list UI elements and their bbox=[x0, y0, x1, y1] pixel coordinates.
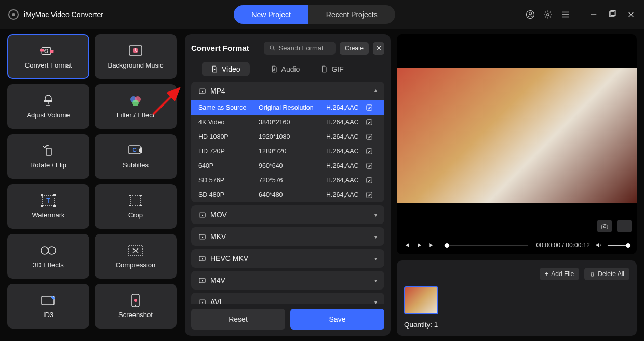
id3-icon bbox=[40, 294, 57, 307]
edit-icon[interactable] bbox=[366, 133, 373, 140]
format-row[interactable]: SD 576P720*576H.264,AAC bbox=[191, 173, 384, 188]
format-label: SD 576P bbox=[198, 177, 259, 184]
progress-track[interactable] bbox=[444, 245, 528, 246]
volume-track[interactable] bbox=[608, 245, 630, 246]
app-logo-icon bbox=[8, 9, 19, 20]
recent-projects-tab[interactable]: Recent Projects bbox=[308, 5, 395, 24]
tool-label: Convert Format bbox=[25, 61, 72, 69]
tools-panel: Convert FormatBackground MusicAdjust Vol… bbox=[7, 34, 179, 336]
format-group-mov[interactable]: MOV▾ bbox=[191, 205, 384, 224]
close-icon[interactable] bbox=[626, 10, 636, 19]
format-group-hevc-mkv[interactable]: HEVC MKV▾ bbox=[191, 249, 384, 268]
tool-rotate-flip[interactable]: Rotate / Flip bbox=[7, 134, 89, 179]
search-input[interactable]: Search Format bbox=[264, 42, 336, 55]
gear-icon[interactable] bbox=[543, 10, 553, 19]
tab-video[interactable]: Video bbox=[202, 62, 250, 76]
format-row[interactable]: 640P960*640H.264,AAC bbox=[191, 159, 384, 173]
format-group-avi[interactable]: AVI▾ bbox=[191, 293, 384, 304]
format-label: 640P bbox=[198, 162, 259, 169]
tool-adjust-volume[interactable]: Adjust Volume bbox=[7, 84, 89, 129]
next-button[interactable] bbox=[428, 242, 435, 249]
format-resolution: 720*576 bbox=[259, 177, 326, 184]
gif-file-icon bbox=[320, 65, 328, 73]
close-panel-button[interactable]: ✕ bbox=[373, 42, 384, 55]
tool-screenshot[interactable]: Screenshot bbox=[95, 284, 177, 329]
music-icon bbox=[127, 45, 144, 57]
format-icon bbox=[198, 277, 206, 284]
tool-background-music[interactable]: Background Music bbox=[95, 34, 177, 79]
svg-rect-3 bbox=[610, 12, 614, 17]
format-label: SD 480P bbox=[198, 191, 259, 199]
svg-text:C: C bbox=[132, 147, 136, 153]
video-preview: 00:00:00 / 00:00:12 bbox=[397, 34, 637, 254]
screenshot-icon bbox=[127, 294, 144, 307]
fullscreen-icon[interactable] bbox=[617, 220, 632, 232]
tab-gif[interactable]: GIF bbox=[320, 62, 343, 76]
create-button[interactable]: Create bbox=[340, 42, 369, 55]
audio-file-icon bbox=[271, 65, 278, 73]
svg-rect-7 bbox=[50, 50, 53, 53]
format-group-m4v[interactable]: M4V▾ bbox=[191, 271, 384, 290]
format-icon bbox=[198, 298, 206, 304]
tool-filter-effect[interactable]: Filter / Effect bbox=[95, 84, 177, 129]
search-icon bbox=[269, 45, 276, 51]
tool-label: Screenshot bbox=[118, 311, 153, 319]
minimize-icon[interactable] bbox=[589, 10, 598, 19]
volume-icon[interactable] bbox=[595, 242, 602, 249]
tool-watermark[interactable]: TWatermark bbox=[7, 184, 89, 229]
edit-icon[interactable] bbox=[366, 119, 373, 126]
tool-label: 3D Effects bbox=[33, 261, 64, 269]
format-row[interactable]: HD 1080P1920*1080H.264,AAC bbox=[191, 129, 384, 144]
file-list-panel: +Add File Delete All Quantity: 1 bbox=[397, 260, 637, 336]
video-file-icon bbox=[211, 65, 218, 73]
new-project-tab[interactable]: New Project bbox=[234, 5, 308, 24]
file-thumbnail[interactable] bbox=[404, 286, 438, 314]
delete-all-button[interactable]: Delete All bbox=[584, 268, 629, 280]
format-group-mp4[interactable]: MP4▾ bbox=[191, 82, 384, 100]
tool-3d-effects[interactable]: 3D Effects bbox=[7, 234, 89, 279]
maximize-icon[interactable] bbox=[608, 10, 617, 19]
edit-icon[interactable] bbox=[366, 191, 373, 199]
video-frame bbox=[397, 68, 637, 203]
tool-label: Crop bbox=[128, 211, 143, 219]
svg-rect-11 bbox=[44, 100, 52, 102]
format-row[interactable]: Same as SourceOriginal ResolutionH.264,A… bbox=[191, 100, 384, 115]
subtitles-icon: C bbox=[127, 145, 144, 157]
save-button[interactable]: Save bbox=[290, 309, 384, 330]
format-resolution: Original Resolution bbox=[259, 104, 326, 111]
snapshot-icon[interactable] bbox=[597, 220, 612, 232]
reset-button[interactable]: Reset bbox=[191, 309, 285, 330]
edit-icon[interactable] bbox=[366, 162, 373, 169]
svg-rect-25 bbox=[129, 195, 131, 196]
format-row[interactable]: HD 720P1280*720H.264,AAC bbox=[191, 144, 384, 159]
edit-icon[interactable] bbox=[366, 104, 373, 111]
menu-icon[interactable] bbox=[561, 10, 570, 19]
edit-icon[interactable] bbox=[366, 177, 373, 184]
tool-label: Watermark bbox=[32, 211, 64, 219]
svg-point-2 bbox=[547, 14, 549, 16]
tool-label: Compression bbox=[116, 261, 156, 269]
prev-button[interactable] bbox=[403, 242, 410, 249]
tool-convert-format[interactable]: Convert Format bbox=[7, 34, 89, 79]
svg-text:T: T bbox=[46, 197, 50, 204]
tool-compression[interactable]: Compression bbox=[95, 234, 177, 279]
tool-subtitles[interactable]: CSubtitles bbox=[95, 134, 177, 179]
tool-id3[interactable]: ID3 bbox=[7, 284, 89, 329]
format-codec: H.264,AAC bbox=[326, 119, 366, 126]
convert-icon bbox=[40, 45, 57, 57]
crop-icon bbox=[127, 194, 144, 207]
volume-icon bbox=[40, 95, 57, 107]
format-group-mkv[interactable]: MKV▾ bbox=[191, 227, 384, 246]
add-file-button[interactable]: +Add File bbox=[540, 268, 579, 280]
tab-audio[interactable]: Audio bbox=[271, 62, 300, 76]
format-codec: H.264,AAC bbox=[326, 104, 366, 111]
account-icon[interactable] bbox=[526, 10, 535, 19]
edit-icon[interactable] bbox=[366, 148, 373, 155]
format-label: 4K Video bbox=[198, 119, 259, 126]
play-button[interactable] bbox=[415, 242, 423, 249]
project-nav: New Project Recent Projects bbox=[234, 5, 395, 24]
format-row[interactable]: 4K Video3840*2160H.264,AAC bbox=[191, 115, 384, 129]
format-row[interactable]: SD 480P640*480H.264,AAC bbox=[191, 188, 384, 202]
trash-icon bbox=[589, 271, 595, 277]
tool-crop[interactable]: Crop bbox=[95, 184, 177, 229]
